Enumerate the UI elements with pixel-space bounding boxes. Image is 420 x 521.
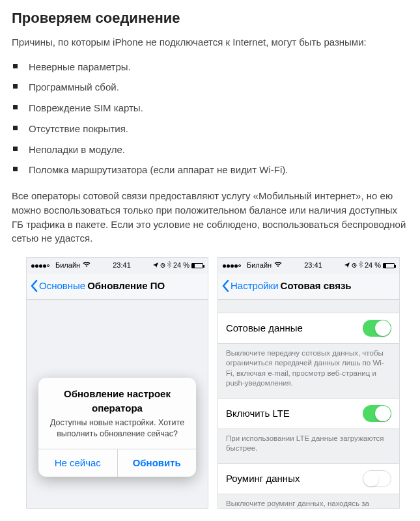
alarm-icon bbox=[160, 260, 165, 271]
cellular-data-footer: Выключите передачу сотовых данных, чтобы… bbox=[218, 344, 399, 398]
signal-dots-icon bbox=[31, 264, 49, 268]
nav-back-button[interactable]: Настройки bbox=[222, 279, 279, 293]
list-item: Неверные параметры. bbox=[12, 60, 408, 74]
phone-right: Билайн 23:41 24 % bbox=[217, 257, 400, 509]
battery-icon bbox=[191, 263, 203, 268]
alarm-icon bbox=[352, 260, 357, 271]
bluetooth-icon bbox=[167, 260, 171, 271]
roaming-row[interactable]: Роуминг данных bbox=[218, 463, 399, 494]
location-icon bbox=[344, 260, 350, 271]
row-label: Включить LTE bbox=[226, 406, 290, 421]
clock-label: 23:41 bbox=[113, 260, 131, 271]
battery-icon bbox=[383, 263, 395, 268]
list-item: Повреждение SIM карты. bbox=[12, 101, 408, 115]
bluetooth-icon bbox=[359, 260, 363, 271]
phone-left: Билайн 23:41 24 % bbox=[26, 257, 208, 509]
carrier-label: Билайн bbox=[247, 260, 272, 271]
battery-pct-label: 24 % bbox=[365, 260, 381, 271]
lte-toggle[interactable] bbox=[363, 405, 391, 422]
battery-pct-label: 24 % bbox=[173, 260, 189, 271]
wifi-icon bbox=[274, 260, 282, 271]
alert-message: Доступны новые настройки. Хотите выполни… bbox=[38, 417, 196, 449]
outro-text: Все операторы сотовой связи предоставляю… bbox=[12, 189, 408, 246]
list-item: Поломка маршрутизатора (если аппарат не … bbox=[12, 163, 408, 177]
nav-back-button[interactable]: Основные bbox=[31, 279, 85, 293]
cellular-data-row[interactable]: Сотовые данные bbox=[218, 313, 399, 344]
status-bar: Билайн 23:41 24 % bbox=[27, 258, 208, 274]
nav-title: Сотовая связь bbox=[281, 279, 352, 293]
phone-screenshots: Билайн 23:41 24 % bbox=[12, 257, 408, 509]
roaming-toggle[interactable] bbox=[363, 470, 391, 487]
row-label: Сотовые данные bbox=[226, 321, 303, 335]
cellular-data-toggle[interactable] bbox=[363, 320, 391, 337]
alert-cancel-button[interactable]: Не сейчас bbox=[38, 449, 118, 477]
list-item: Неполадки в модуле. bbox=[12, 143, 408, 157]
list-item: Программный сбой. bbox=[12, 80, 408, 94]
chevron-left-icon bbox=[31, 280, 38, 292]
status-bar: Билайн 23:41 24 % bbox=[218, 258, 399, 274]
alert-dialog: Обновление настроек оператора Доступны н… bbox=[38, 378, 196, 477]
nav-back-label: Настройки bbox=[231, 279, 279, 293]
lte-footer: При использовании LTE данные загружаются… bbox=[218, 429, 399, 463]
nav-back-label: Основные bbox=[39, 279, 85, 293]
signal-dots-icon bbox=[223, 264, 241, 268]
roaming-footer: Выключите роуминг данных, находясь за гр… bbox=[218, 494, 399, 508]
nav-bar: Настройки Сотовая связь bbox=[218, 274, 399, 300]
chevron-left-icon bbox=[222, 280, 229, 292]
lte-row[interactable]: Включить LTE bbox=[218, 398, 399, 429]
list-item: Отсутствие покрытия. bbox=[12, 122, 408, 136]
page-heading: Проверяем соединение bbox=[12, 8, 408, 29]
nav-title: Обновление ПО bbox=[87, 279, 165, 293]
nav-bar: Основные Обновление ПО bbox=[27, 274, 208, 300]
wifi-icon bbox=[83, 260, 91, 271]
location-icon bbox=[153, 260, 158, 271]
carrier-label: Билайн bbox=[55, 260, 80, 271]
clock-label: 23:41 bbox=[304, 260, 322, 271]
causes-list: Неверные параметры. Программный сбой. По… bbox=[12, 60, 408, 178]
row-label: Роуминг данных bbox=[226, 472, 300, 486]
alert-ok-button[interactable]: Обновить bbox=[118, 449, 197, 477]
alert-title: Обновление настроек оператора bbox=[38, 378, 196, 418]
intro-text: Причины, по которым iPhone не подключает… bbox=[12, 35, 408, 49]
